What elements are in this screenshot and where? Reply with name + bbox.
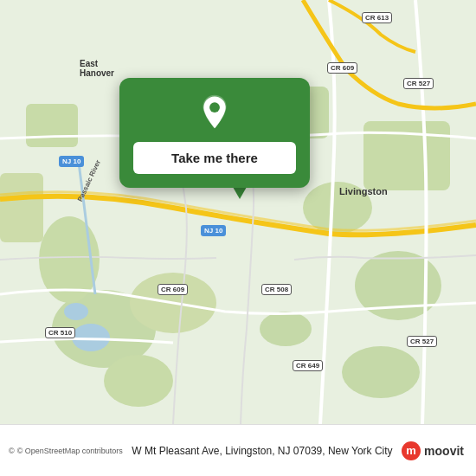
copyright-symbol: © bbox=[9, 447, 15, 455]
map-pin-icon bbox=[196, 93, 234, 132]
svg-point-11 bbox=[104, 355, 173, 407]
cr613-badge: CR 613 bbox=[362, 12, 392, 23]
svg-point-12 bbox=[342, 346, 420, 398]
east-hanover-label: EastHanover bbox=[80, 59, 114, 78]
cr609b-badge: CR 609 bbox=[158, 284, 188, 295]
map-container: EastHanover Livingston Passaic River CR … bbox=[0, 0, 476, 424]
moovit-logo: m moovit bbox=[402, 441, 464, 460]
popup-card: Take me there bbox=[119, 78, 310, 188]
svg-point-14 bbox=[64, 303, 88, 320]
nj10a-badge: NJ 10 bbox=[59, 156, 84, 167]
svg-rect-8 bbox=[0, 173, 43, 242]
nj10b-badge: NJ 10 bbox=[201, 225, 226, 236]
popup-pointer bbox=[233, 187, 247, 199]
osm-text: © OpenStreetMap contributors bbox=[17, 447, 123, 455]
svg-point-10 bbox=[260, 312, 312, 346]
address-text: W Mt Pleasant Ave, Livingston, NJ 07039,… bbox=[123, 445, 402, 457]
map-svg bbox=[0, 0, 476, 424]
cr609a-badge: CR 609 bbox=[327, 62, 357, 74]
cr649-badge: CR 649 bbox=[293, 360, 323, 371]
moovit-icon: m bbox=[402, 441, 421, 460]
cr527b-badge: CR 527 bbox=[407, 336, 437, 347]
cr527a-badge: CR 527 bbox=[403, 78, 434, 89]
osm-attribution: © © OpenStreetMap contributors bbox=[9, 447, 123, 455]
svg-rect-7 bbox=[26, 104, 78, 147]
cr510-badge: CR 510 bbox=[45, 327, 75, 338]
bottom-bar: © © OpenStreetMap contributors W Mt Plea… bbox=[0, 424, 476, 476]
svg-point-15 bbox=[209, 102, 220, 113]
moovit-label: moovit bbox=[424, 444, 464, 458]
livingston-label: Livingston bbox=[339, 186, 388, 196]
cr508-badge: CR 508 bbox=[261, 284, 292, 295]
take-me-there-button[interactable]: Take me there bbox=[133, 142, 296, 174]
